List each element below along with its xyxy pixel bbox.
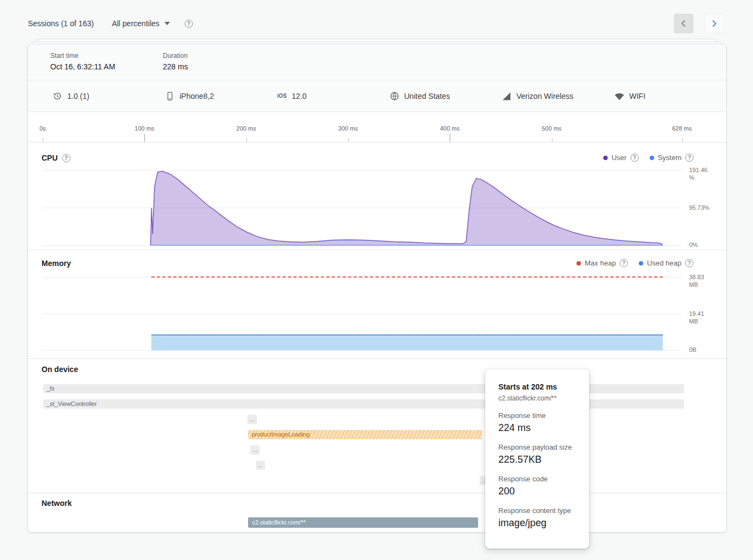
timeline-tick-mark [246,138,247,142]
max-heap-legend-label: Max heap [585,259,616,267]
network-request-tooltip: Starts at 202 ms c2.staticflickr.com/** … [485,369,589,549]
percentiles-dropdown-label: All percentiles [112,19,160,28]
duration-block: Duration 228 ms [163,52,275,80]
response-code-value: 200 [498,486,576,497]
timeline-tick-label: 200 ms [237,125,256,132]
globe-icon [390,91,399,101]
network-title-text: Network [42,499,72,508]
radio-item: WIFI [614,92,727,101]
radio-value: WIFI [630,92,646,101]
response-code-label: Response code [498,475,576,483]
help-icon[interactable]: ? [185,20,193,28]
max-heap-legend-dot [576,261,581,266]
cpu-legend-system: System ? [650,154,693,162]
memory-gridline-mid [43,314,682,314]
response-time-label: Response time [498,411,576,420]
memory-plot[interactable] [43,274,682,350]
tooltip-url: c2.staticflickr.com/** [498,394,576,402]
memory-legend-max-heap: Max heap ? [576,259,628,267]
percentiles-dropdown[interactable]: All percentiles [112,19,170,28]
cpu-legend: User ? System ? [603,154,693,162]
max-heap-help-icon[interactable]: ? [620,259,628,267]
response-payload-label: Response payload size [498,443,576,451]
network-section: Network c2.staticflickr.com/** [28,493,726,532]
timeline-tick-mark [682,138,683,142]
on-device-title-text: On device [42,365,78,374]
cpu-chart [43,170,682,245]
session-nav [674,14,724,33]
duration-label: Duration [163,52,275,60]
system-help-icon[interactable]: ? [685,154,693,162]
os-version-item: iOS 12.0 [277,92,390,101]
device-model-value: iPhone8,2 [180,92,214,101]
timeline-tick-label: 300 ms [338,125,358,132]
memory-section-title: Memory [42,259,71,268]
timeline-tick-label: 628 ms [672,125,692,132]
carrier-value: Verizon Wireless [516,92,573,101]
sessions-count-label: Sessions (1 of 163) [28,19,94,28]
memory-legend-used-heap: Used heap ? [639,259,693,267]
user-help-icon[interactable]: ? [631,154,639,162]
os-version-value: 12.0 [292,92,307,101]
timeline-tick-mark [144,134,145,142]
memory-ymin-label: 0B [689,346,723,354]
device-model-item: iPhone8,2 [165,91,278,101]
session-detail-page: Sessions (1 of 163) All percentiles ? St… [0,0,753,560]
timeline-ruler-track[interactable]: 0s100 ms200 ms300 ms400 ms500 ms628 ms [43,112,682,142]
cpu-ymid-label: 95.73% [689,204,723,212]
system-legend-dot [650,156,654,160]
app-version-icon [52,91,62,101]
app-version-item: 1.0 (1) [52,91,165,101]
chevron-left-icon [678,18,689,29]
start-time-value: Oct 16, 6:32:11 AM [50,62,163,71]
memory-ymax-label: 38.83 MB [689,274,723,289]
start-time-label: Start time [50,52,163,60]
cpu-legend-user: User ? [603,154,638,162]
network-bar-c2-staticflickr[interactable]: c2.staticflickr.com/** [248,517,478,528]
toolbar: Sessions (1 of 163) All percentiles ? [28,13,724,34]
cpu-help-icon[interactable]: ? [62,154,70,162]
memory-title-text: Memory [42,259,71,268]
timeline-tick-label: 100 ms [134,125,154,132]
response-time-value: 224 ms [498,422,576,434]
timeline-tick-label: 0s [39,125,46,132]
system-legend-label: System [658,154,681,162]
timeline-tick-label: 500 ms [542,125,561,132]
trace-bar-productImageLoading[interactable]: productImageLoading [248,430,482,439]
memory-legend: Max heap ? Used heap ? [576,259,693,267]
ios-icon: iOS [277,93,287,99]
trace-bar-collapsed-2[interactable]: ... [250,445,260,455]
app-version-value: 1.0 (1) [67,92,89,101]
session-card: Start time Oct 16, 6:32:11 AM Duration 2… [27,44,727,533]
timeline-tick-mark [450,134,450,142]
timeline-tick-mark [43,138,43,142]
next-session-button[interactable] [704,14,724,33]
used-heap-band[interactable] [151,334,662,350]
on-device-title: On device [42,365,78,374]
cpu-plot[interactable] [43,170,682,245]
tooltip-title: Starts at 202 ms [498,382,576,391]
device-attributes-row: 1.0 (1) iPhone8,2 iOS 12.0 United States [28,80,726,112]
response-content-type-value: image/jpeg [498,517,576,529]
trace-bar-collapsed-1[interactable]: ... [248,415,257,424]
cpu-ymin-label: 0% [689,241,723,249]
country-item: United States [390,91,502,101]
cpu-section-title: CPU ? [42,154,70,162]
used-heap-legend-dot [639,261,643,266]
memory-ymid-label: 19.41 MB [689,310,723,326]
cpu-title-text: CPU [42,154,58,162]
trace-bar-collapsed-3[interactable]: ... [256,461,265,470]
chevron-down-icon [164,22,170,25]
duration-value: 228 ms [163,62,275,71]
start-time-block: Start time Oct 16, 6:32:11 AM [50,52,163,80]
used-heap-help-icon[interactable]: ? [685,259,693,267]
timeline-tick-mark [552,138,552,142]
network-title: Network [42,499,72,508]
session-summary: Start time Oct 16, 6:32:11 AM Duration 2… [28,44,726,80]
cpu-user-area [150,172,662,246]
previous-session-button[interactable] [674,14,693,33]
timeline-ruler: 0s100 ms200 ms300 ms400 ms500 ms628 ms [28,112,726,143]
cpu-section: CPU ? User ? System ? [28,143,726,250]
cpu-ymax-label: 191.46 % [689,167,723,182]
carrier-item: Verizon Wireless [502,91,614,101]
